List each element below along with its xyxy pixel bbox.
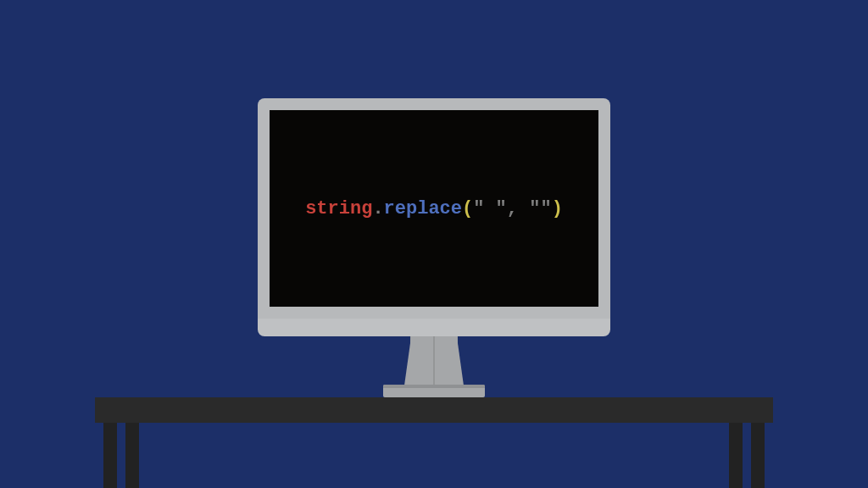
illustration-scene: string.replace(" ", ""): [0, 0, 868, 488]
code-arg2: "": [529, 198, 551, 219]
code-object: string: [305, 198, 372, 219]
desk-leg: [751, 423, 765, 488]
monitor-stand: [410, 335, 458, 385]
code-line: string.replace(" ", ""): [305, 198, 563, 219]
monitor-bezel: string.replace(" ", ""): [258, 98, 610, 319]
desk-top: [95, 397, 773, 423]
code-comma: ,: [507, 198, 529, 219]
code-method: replace: [384, 198, 462, 219]
code-dot: .: [372, 198, 383, 219]
code-close-paren: ): [552, 198, 563, 219]
code-arg1: " ": [473, 198, 507, 219]
desk-leg: [103, 423, 117, 488]
desk-leg: [729, 423, 743, 488]
desk-leg: [125, 423, 139, 488]
monitor-screen: string.replace(" ", ""): [270, 110, 598, 307]
code-open-paren: (: [462, 198, 473, 219]
monitor-base-shade: [383, 385, 485, 388]
